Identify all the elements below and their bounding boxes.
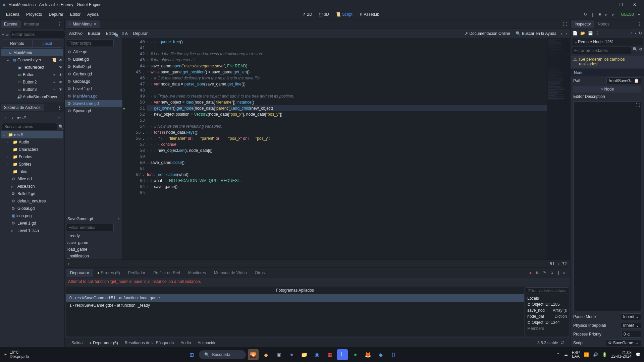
menu-scene[interactable]: Escena — [3, 12, 23, 17]
taskbar-explorer[interactable]: 📁 — [299, 349, 310, 360]
pause-icon[interactable]: ‖ — [592, 12, 594, 17]
tree-node-button3[interactable]: ▭ Button3 ≈ 👁 — [1, 86, 63, 93]
tab-scene[interactable]: Escena — [1, 20, 21, 28]
script-item[interactable]: ⚙MainMenu.gd — [65, 93, 122, 100]
filter-nodes-input[interactable] — [10, 31, 65, 38]
settings-icon[interactable]: ⚙ — [639, 47, 643, 54]
script-item[interactable]: ⚙Alice.gd — [65, 48, 122, 56]
taskbar-search[interactable]: 🔍Búsqueda — [199, 350, 246, 359]
maximize-button[interactable]: ❐ — [614, 2, 628, 7]
view-3d-button[interactable]: ⬚3D — [316, 12, 332, 17]
fs-folder[interactable]: ›📁Sprites — [1, 161, 63, 168]
signal-icon[interactable]: ≈ — [52, 73, 57, 77]
stop-icon[interactable]: ■ — [598, 12, 601, 17]
breakpoint-icon[interactable]: ● — [529, 270, 532, 275]
search-icon[interactable]: 🔍 — [58, 124, 63, 129]
break-icon[interactable]: ▹ — [564, 270, 566, 275]
footer-debugger[interactable]: ● Depurador (6) — [86, 341, 121, 345]
tab-monitors[interactable]: Monitores — [184, 269, 210, 277]
method-item[interactable]: save_game — [65, 239, 122, 246]
close-button[interactable]: ✕ — [628, 2, 641, 7]
method-item[interactable]: _notification — [65, 253, 122, 259]
tree-node-canvas[interactable]: ⌄▤ CanvasLayer 📜 👁 — [1, 56, 63, 64]
search-icon[interactable]: 🔍 — [115, 34, 120, 38]
var-key[interactable]: save_nod — [527, 308, 553, 313]
add-node-icon[interactable]: + — [2, 32, 4, 37]
taskbar-spotify[interactable]: ● — [350, 349, 361, 360]
fs-file[interactable]: ⚙Level 1.gd — [1, 220, 63, 227]
tab-nodes[interactable]: Nodos — [594, 20, 613, 28]
expand-icon[interactable]: ⛶ — [636, 103, 640, 108]
menu-project[interactable]: Proyecto — [23, 12, 45, 17]
step-over-icon[interactable]: ↷ — [543, 270, 546, 275]
method-item[interactable]: _ready — [65, 233, 122, 239]
nav-fwd-icon[interactable]: › — [9, 116, 15, 120]
view-script-button[interactable]: 📜Script — [332, 12, 356, 17]
inspector-filter-input[interactable] — [572, 47, 631, 54]
tab-filesystem[interactable]: Sistema de Archivos — [1, 104, 44, 111]
script-file-menu[interactable]: Archivo — [67, 31, 85, 36]
insp-save-icon[interactable]: 💾 — [588, 31, 593, 36]
play-custom-icon[interactable]: ▹ — [612, 12, 614, 17]
path-value[interactable]: /root/SaveGa 📋 — [606, 77, 641, 84]
pause-mode-dropdown[interactable]: Inherit ⌄ — [621, 313, 641, 320]
history-icon[interactable]: ↻ — [639, 31, 642, 36]
visibility-icon[interactable]: 👁 — [58, 80, 63, 84]
script-item[interactable]: ⚙Bullet2.gd — [65, 63, 122, 70]
visibility-icon[interactable]: 👁 — [58, 65, 63, 69]
tab-debugger[interactable]: Depurador — [66, 269, 93, 277]
signal-icon[interactable]: ≈ — [52, 80, 57, 84]
taskbar-app[interactable]: ● — [286, 349, 297, 360]
wifi-icon[interactable]: 📶 — [584, 352, 589, 357]
var-object[interactable]: ⊙ Object ID: 1285 — [527, 302, 560, 307]
tab-errors[interactable]: ● Errores (6) — [93, 269, 124, 277]
taskbar-app[interactable]: ▣ — [273, 349, 284, 360]
method-filter-input[interactable] — [66, 224, 114, 231]
tab-network-profiler[interactable]: Profiler de Red — [149, 269, 184, 277]
footer-audio[interactable]: Audio — [177, 341, 194, 345]
fs-file[interactable]: ▣icon.png — [1, 212, 63, 220]
taskbar-godot[interactable]: ◆ — [375, 349, 386, 360]
search-icon[interactable]: 🔍 — [633, 47, 638, 54]
physics-dropdown[interactable]: Inherit ⌄ — [621, 322, 641, 329]
visibility-icon[interactable]: 👁 — [58, 87, 63, 92]
scene-tab[interactable]: ○ MainMenu ✕ — [66, 20, 100, 28]
footer-output[interactable]: Salida — [68, 341, 86, 345]
tab-vmem[interactable]: Memoria de Vídeo — [210, 269, 251, 277]
sort-icon[interactable]: ↕ — [118, 217, 120, 221]
tree-node-texture[interactable]: ▣ TextureRect 👁 — [1, 64, 63, 71]
var-key[interactable]: node_dat — [527, 314, 554, 319]
minimap[interactable] — [547, 38, 570, 259]
tray-chevron-icon[interactable]: ⌃ — [556, 352, 560, 357]
tab-profiler[interactable]: Perfilador — [124, 269, 149, 277]
taskbar-edge[interactable]: ◉ — [312, 349, 322, 360]
play-scene-icon[interactable]: ▹ — [605, 12, 607, 17]
tree-node-root[interactable]: ⌄○ MainMenu — [1, 49, 63, 56]
fs-file[interactable]: ▹Level 1.tscn — [1, 227, 63, 234]
var-object[interactable]: ⊙ Object ID: 1344 — [527, 320, 560, 325]
stack-frame[interactable]: 0 - res://SaveGame.gd:51 - at function: … — [66, 294, 524, 302]
script-search-menu[interactable]: Buscar — [86, 31, 103, 36]
node-type-button[interactable]: ○ Node — [573, 86, 641, 93]
battery-icon[interactable]: 🔋 — [602, 352, 607, 357]
script-item[interactable]: ⚙Global.gd — [65, 78, 122, 85]
clock[interactable]: 21:0812-01-2024 — [611, 351, 632, 358]
distraction-free-icon[interactable]: ⛶ — [561, 22, 569, 26]
taskbar-firefox[interactable]: 🦊 — [363, 349, 373, 360]
reload-icon[interactable]: ↻ — [584, 12, 587, 17]
remote-node-label[interactable]: ⌄ Remote Node: 1261 — [572, 38, 643, 46]
history-fwd-icon[interactable]: › — [635, 31, 636, 36]
tray-cloud-icon[interactable]: ☁ — [564, 352, 568, 357]
dock-menu-icon[interactable]: ⋮ — [56, 22, 64, 26]
fs-file[interactable]: ⚙Global.gd — [1, 205, 63, 212]
fs-folder[interactable]: ›📁Fondos — [1, 153, 63, 161]
taskbar-app[interactable]: L — [337, 349, 348, 360]
taskbar-app[interactable]: 🌄 — [248, 349, 259, 360]
nav-back-icon[interactable]: ‹ — [559, 31, 564, 36]
help-search-button[interactable]: 🔍Buscar en la Ayuda — [513, 31, 559, 36]
tab-inspector[interactable]: Inspector — [571, 20, 594, 28]
minimize-button[interactable]: ─ — [601, 2, 614, 7]
fs-file[interactable]: ⚙Alice.gd — [1, 175, 63, 183]
fs-file[interactable]: ⚙default_env.tres — [1, 197, 63, 205]
menu-editor[interactable]: Editor — [67, 12, 84, 17]
